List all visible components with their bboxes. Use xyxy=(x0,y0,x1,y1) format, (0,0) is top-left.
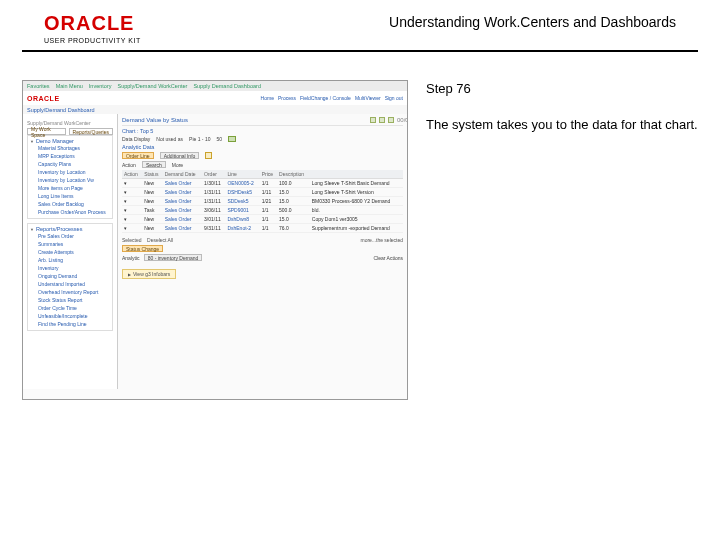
sidebar-item[interactable]: Inventory by Location Vw xyxy=(30,176,110,184)
filter-more[interactable]: More xyxy=(172,162,183,168)
meta-val: 50 xyxy=(216,136,222,142)
step-text: The system takes you to the data for tha… xyxy=(426,116,698,134)
col-price: Price xyxy=(260,170,277,179)
sidebar-item[interactable]: Material Shortages xyxy=(30,144,110,152)
link-signout[interactable]: Sign out xyxy=(385,95,403,101)
app-main: Demand Value by Status 00/00/00 Chart : … xyxy=(118,114,407,389)
embedded-app-screenshot: Favorites Main Menu Inventory Supply/Dem… xyxy=(22,80,408,400)
link-multiviewer[interactable]: MultiViewer xyxy=(355,95,381,101)
menu-supply-demand-dash[interactable]: Supply Demand Dashboard xyxy=(193,83,261,89)
table-row[interactable]: ▾TaskSales Order3/06/11SPD90011/1500.0bl… xyxy=(122,206,403,215)
sidebar-item[interactable]: Long Line Items xyxy=(30,192,110,200)
col-order: Order xyxy=(202,170,225,179)
sidebar-item[interactable]: Inventory xyxy=(30,264,110,272)
sidebar-item[interactable]: Find the Pending Line xyxy=(30,320,110,328)
clear-actions[interactable]: Clear Actions xyxy=(374,255,403,261)
data-table: Action Status Demand Date Order Line Pri… xyxy=(122,170,403,233)
meta-val: Not used as xyxy=(156,136,183,142)
export-icon[interactable] xyxy=(388,117,394,123)
sidebar-item[interactable]: Summaries xyxy=(30,240,110,248)
footer-more[interactable]: more...the selected xyxy=(360,237,403,243)
table-footer: Selected Deselect All more...the selecte… xyxy=(122,237,403,243)
col-action: Action xyxy=(122,170,142,179)
brand-logo: ORACLE xyxy=(44,12,164,35)
analytic-label: Analytic xyxy=(122,255,140,261)
chart-icon[interactable] xyxy=(370,117,376,123)
view-row: View g3 Infobars xyxy=(122,269,403,279)
data-display-row: Data Display Not used as Pie 1 - 10 50 xyxy=(122,136,403,142)
analytic-select[interactable]: 80 - inventory Demand xyxy=(144,254,203,261)
col-line: Line xyxy=(225,170,259,179)
sidebar-item[interactable]: Understand Imported xyxy=(30,280,110,288)
brand-subtitle: USER PRODUCTIVITY KIT xyxy=(44,37,164,44)
col-status: Status xyxy=(142,170,163,179)
sidebar-item[interactable]: Order Cycle Time xyxy=(30,304,110,312)
table-row[interactable]: ▾NewSales Order1/31/11SDDesk51/2115.0BM0… xyxy=(122,197,403,206)
status-change-row: Status Change xyxy=(122,245,403,252)
sidebar-item[interactable]: Arb. Listing xyxy=(30,256,110,264)
app-oracle-logo: ORACLE xyxy=(27,95,60,102)
brand-logo-block: ORACLE USER PRODUCTIVITY KIT xyxy=(44,12,164,44)
panel-header-icons: 00/00/00 xyxy=(370,117,403,123)
refresh-icon[interactable] xyxy=(228,136,236,142)
sidebar-box-reports: Reports/Processes Pre Sales Order Summar… xyxy=(27,223,113,331)
sidebar-item[interactable]: Overhead Inventory Report xyxy=(30,288,110,296)
sidebar-item[interactable]: Capacity Plans xyxy=(30,160,110,168)
menu-inventory[interactable]: Inventory xyxy=(89,83,112,89)
sidebar-tab-workspace[interactable]: My Work Space xyxy=(27,128,66,135)
menu-supply-demand-wc[interactable]: Supply/Demand WorkCenter xyxy=(117,83,187,89)
meta-val: Pie 1 - 10 xyxy=(189,136,210,142)
expand-icon[interactable] xyxy=(205,152,212,159)
search-button[interactable]: Search xyxy=(142,161,166,168)
footer-deselect[interactable]: Deselect All xyxy=(147,237,173,243)
app-brand-row: ORACLE Home Process FieldChange / Consol… xyxy=(23,91,407,105)
sidebar-item[interactable]: Pre Sales Order xyxy=(30,232,110,240)
link-home[interactable]: Home xyxy=(261,95,274,101)
table-row[interactable]: ▾NewSales Order3/01/11DshDwn81/115.0Copy… xyxy=(122,215,403,224)
panel-date: 00/00/00 xyxy=(397,117,403,123)
breadcrumb-item[interactable]: Supply/Demand Dashboard xyxy=(27,107,95,113)
sidebar-item[interactable]: Inventory by Location xyxy=(30,168,110,176)
filter-action-label: Action xyxy=(122,162,136,168)
link-fieldchange[interactable]: FieldChange / Console xyxy=(300,95,351,101)
step-label: Step 76 xyxy=(426,80,698,98)
app-body: Supply/Demand WorkCenter My Work Space R… xyxy=(23,114,407,389)
col-demand-date: Demand Date xyxy=(163,170,202,179)
tab-additional-info[interactable]: Additional Info xyxy=(160,152,200,159)
status-change-pill[interactable]: Status Change xyxy=(122,245,163,252)
menu-favorites[interactable]: Favorites xyxy=(27,83,50,89)
sidebar-item[interactable]: Unfeasible/Incomplete xyxy=(30,312,110,320)
sidebar-item[interactable]: Create Attempts xyxy=(30,248,110,256)
sidebar-tab-reports[interactable]: Reports/Queries xyxy=(69,128,113,135)
sidebar-box-demo-manager: Demo Manager Material Shortages MRP Exce… xyxy=(27,135,113,219)
link-process[interactable]: Process xyxy=(278,95,296,101)
meta-label: Data Display xyxy=(122,136,150,142)
grid-icon[interactable] xyxy=(379,117,385,123)
screenshot-column: Favorites Main Menu Inventory Supply/Dem… xyxy=(22,80,408,400)
app-right-links: Home Process FieldChange / Console Multi… xyxy=(261,95,403,101)
instruction-column: Step 76 The system takes you to the data… xyxy=(426,80,698,400)
sidebar-item[interactable]: Ongoing Demand xyxy=(30,272,110,280)
sidebar-item[interactable]: Purchase Order/Anon Process xyxy=(30,208,110,216)
footer-selected[interactable]: Selected xyxy=(122,237,141,243)
table-row[interactable]: ▾NewSales Order1/31/11DSHDesk51/1115.0Lo… xyxy=(122,188,403,197)
page-header: ORACLE USER PRODUCTIVITY KIT Understandi… xyxy=(22,0,698,52)
filter-row: Action Search More xyxy=(122,161,403,168)
app-breadcrumb: Supply/Demand Dashboard xyxy=(23,105,407,114)
analytic-data-link[interactable]: Analytic Data xyxy=(122,144,403,150)
menu-main[interactable]: Main Menu xyxy=(56,83,83,89)
panel-title: Demand Value by Status xyxy=(122,117,188,123)
table-header-row: Action Status Demand Date Order Line Pri… xyxy=(122,170,403,179)
app-menubar: Favorites Main Menu Inventory Supply/Dem… xyxy=(23,81,407,91)
panel-sub1: Chart : Top 5 xyxy=(122,128,403,134)
sidebar-item[interactable]: Stock Status Report xyxy=(30,296,110,304)
table-row[interactable]: ▾NewSales Order1/30/11OEN0005-21/1100.0L… xyxy=(122,179,403,188)
sidebar-item[interactable]: More items on Page xyxy=(30,184,110,192)
content-row: Favorites Main Menu Inventory Supply/Dem… xyxy=(0,52,720,400)
sidebar-item[interactable]: Sales Order Backlog xyxy=(30,200,110,208)
view-infobars-tab[interactable]: View g3 Infobars xyxy=(122,269,176,279)
panel-title-row: Demand Value by Status 00/00/00 xyxy=(122,117,403,126)
tab-order-line[interactable]: Order Line xyxy=(122,152,154,159)
table-row[interactable]: ▾NewSales Order9/31/11DshEnot-21/176.0Su… xyxy=(122,224,403,233)
sidebar-item[interactable]: MRP Exceptions xyxy=(30,152,110,160)
